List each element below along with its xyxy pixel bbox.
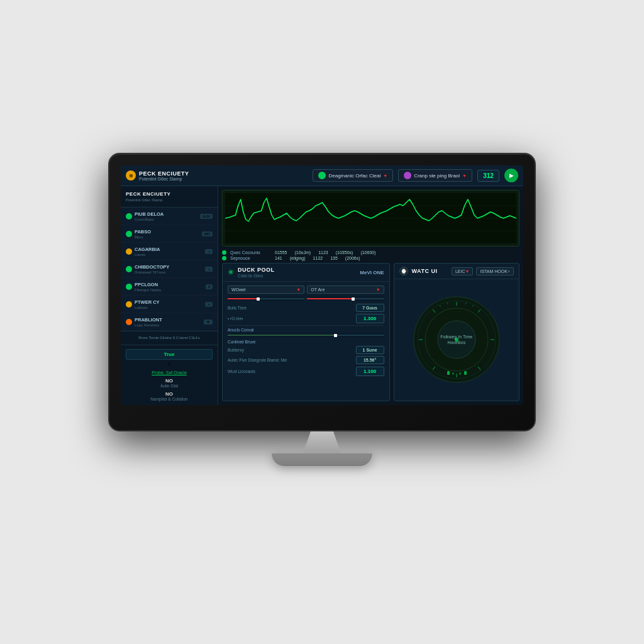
monitor-frame: ⊕ PECK ENCIUETY Potentint G6ec Stamp Dea… xyxy=(108,153,536,431)
metric-v1: 01555 xyxy=(275,250,287,255)
dial-container: Folkwep In Time Huveikos xyxy=(394,279,519,400)
slider-1[interactable] xyxy=(228,296,304,301)
metric-name-2: Sepnouce xyxy=(230,256,271,260)
metric-v8: 1122 xyxy=(313,256,323,260)
metric-values-1: 01555 (10oJm) 1123 (10350s) (10600) xyxy=(275,250,376,255)
status-true-row: True 0 xyxy=(126,349,213,367)
sidebar-item[interactable]: CHIBDOCTOPY Distraised Tif°mua + xyxy=(121,260,218,278)
sidebar-item[interactable]: PTWER CY Lipbsss + xyxy=(121,296,218,313)
watch-controls: LEIC ▼ ISTAM HOOK × xyxy=(452,267,514,275)
value-display: 312 xyxy=(477,170,499,182)
sidebar-icon-4 xyxy=(126,284,132,290)
go-button[interactable]: ▶ xyxy=(504,169,518,182)
sidebar-text-6: PRABLIONT Lopy Romboro xyxy=(135,317,162,327)
sidebar-item-left: PRABLIONT Lopy Romboro xyxy=(126,317,162,327)
sidebar-item-left: CAGARBIA Litenis xyxy=(126,247,160,257)
slider-track xyxy=(228,298,304,299)
sidebar-item[interactable]: PPCLGON Fibergus Naeny 0 xyxy=(121,278,218,296)
dropdown2-button[interactable]: Cranp ste ping Braol ▼ xyxy=(398,169,472,182)
sidebar-item[interactable]: CAGARBIA Litenis + xyxy=(121,243,218,260)
slider-fill xyxy=(228,298,258,299)
probe-link[interactable]: Probe, Sof Oracle xyxy=(126,370,213,375)
status-true-label: True xyxy=(126,349,213,360)
slider-track-2 xyxy=(307,298,384,299)
ctrl-group-1: WOwel ▼ xyxy=(228,286,304,301)
field-row-5: Wust Liccoauts 1.100 xyxy=(228,367,384,376)
ctrl-arrow-1: ▼ xyxy=(296,287,301,292)
duck-pool-title: DUCK POOL xyxy=(238,267,275,273)
svg-rect-22 xyxy=(464,371,467,375)
metrics-row: Quec Cocounis 01555 (10oJm) 1123 (10350s… xyxy=(218,250,523,263)
ctrl-dropdown-1[interactable]: WOwel ▼ xyxy=(228,286,304,294)
sidebar-route: Rrors Torcle Giloiria S Cnicrel C3c1o xyxy=(126,335,213,340)
sidebar-icon-1 xyxy=(126,231,132,237)
sidebar-icon-0 xyxy=(126,213,132,219)
metric-v9: 135 xyxy=(330,256,338,260)
watch-header: ⌚ WATC UI LEIC ▼ ISTAM HOOK × xyxy=(394,264,519,279)
sidebar-title: PECK ENCIUETY xyxy=(126,191,213,197)
ctrl-group-2: OT Are ▼ xyxy=(307,286,384,301)
sidebar-icon-6 xyxy=(126,319,132,325)
watch-dropdown1[interactable]: LEIC ▼ xyxy=(452,267,474,275)
metric-dot-1 xyxy=(222,250,226,255)
slider-thumb xyxy=(257,297,260,301)
content-area: PECK ENCIUETY Potentint G6ec Stamp PIUB … xyxy=(121,186,523,404)
sidebar: PECK ENCIUETY Potentint G6ec Stamp PIUB … xyxy=(121,186,218,404)
top-bar: ⊕ PECK ENCIUETY Potentint G6ec Stamp Dea… xyxy=(121,165,523,186)
sidebar-item[interactable]: PRABLIONT Lopy Romboro ▼ xyxy=(121,313,218,331)
sidebar-text-1: PABSO Bipry xyxy=(135,229,151,239)
duck-pool-panel: ✳ DUCK POOL Cotei lis Glino MeVI ONE xyxy=(222,263,390,401)
metric-v7: (eilging) xyxy=(290,256,306,260)
status-no1: NO xyxy=(126,378,213,384)
dropdown1-arrow: ▼ xyxy=(383,174,387,178)
dropdown2-arrow: ▼ xyxy=(462,174,467,178)
duck-pool-mid-title: MeVI ONE xyxy=(360,270,384,275)
autio-desc: Autio Glal xyxy=(126,384,213,388)
monitor-wrapper: ⊕ PECK ENCIUETY Potentint G6ec Stamp Dea… xyxy=(108,153,536,465)
monitor-stand-base xyxy=(272,453,372,466)
field1-value: 7 Guus xyxy=(356,304,384,312)
status-value-0: 0 xyxy=(126,362,213,367)
slider-fill-2 xyxy=(307,298,353,299)
slider-3[interactable] xyxy=(228,333,384,338)
watch-dropdown2[interactable]: ISTAM HOOK × xyxy=(476,267,514,275)
sidebar-text-0: PIUB DELOA Comt Blako xyxy=(135,211,164,221)
field1-label: Bulis Tisre xyxy=(228,306,247,310)
bottom-panels: ✳ DUCK POOL Cotei lis Glino MeVI ONE xyxy=(218,263,523,404)
field-row-4: Autec Five Disegcole Blamic Nte 15.56° xyxy=(228,356,384,364)
sidebar-text-5: PTWER CY Lipbsss xyxy=(135,299,160,309)
watch-icon: ⌚ xyxy=(399,267,408,275)
sidebar-item[interactable]: PABSO Bipry MD xyxy=(121,225,218,243)
duck-pool-sub: Cotei lis Glino xyxy=(238,274,275,278)
duck-pool-title-group: DUCK POOL Cotei lis Glino xyxy=(238,267,275,278)
dial-center-text: Folkwep In Time Huveikos xyxy=(438,334,475,347)
field5-label: Wust Liccoauts xyxy=(228,369,255,374)
ctrl-dropdown-2[interactable]: OT Are ▼ xyxy=(307,286,384,294)
field2-value: 1.300 xyxy=(356,314,384,323)
field3-value: 1 Sune xyxy=(356,346,384,354)
metric-name-1: Quec Cocounis xyxy=(230,250,271,255)
sidebar-item[interactable]: PIUB DELOA Comt Blako NJR xyxy=(121,208,218,225)
dropdown1-button[interactable]: Deagmanic Orfac Cleal ▼ xyxy=(313,169,393,182)
metric-line-2: Sepnouce 141 (eilging) 1122 135 (2006s) xyxy=(222,256,519,260)
sidebar-route-section: Rrors Torcle Giloiria S Cnicrel C3c1o xyxy=(121,331,218,344)
ctrl-arrow-2: ▼ xyxy=(376,287,380,292)
slider-fill-3 xyxy=(228,335,337,336)
sidebar-icon-5 xyxy=(126,301,132,308)
metric-v4: (10350s) xyxy=(336,250,353,255)
monitor-screen: ⊕ PECK ENCIUETY Potentint G6ec Stamp Dea… xyxy=(121,165,523,404)
sidebar-text-2: CAGARBIA Litenis xyxy=(135,247,160,257)
app-subtitle: Potentint G6ec Stamp xyxy=(139,177,189,181)
sidebar-text-4: PPCLGON Fibergus Naeny xyxy=(135,282,161,292)
nampled-desc: Nampled & Cullation xyxy=(126,397,213,401)
metric-v6: 141 xyxy=(275,256,282,260)
metric-line-1: Quec Cocounis 01555 (10oJm) 1123 (10350s… xyxy=(222,250,519,255)
slider-track-3 xyxy=(228,335,384,336)
duck-pool-icon: ✳ xyxy=(228,268,234,277)
sidebar-item-left: PIUB DELOA Comt Blako xyxy=(126,211,164,221)
slider-thumb-2 xyxy=(352,297,355,301)
no2-section: NO Nampled & Cullation xyxy=(126,391,213,401)
slider-2[interactable] xyxy=(307,296,384,301)
svg-rect-21 xyxy=(459,372,461,375)
svg-rect-20 xyxy=(452,372,454,375)
